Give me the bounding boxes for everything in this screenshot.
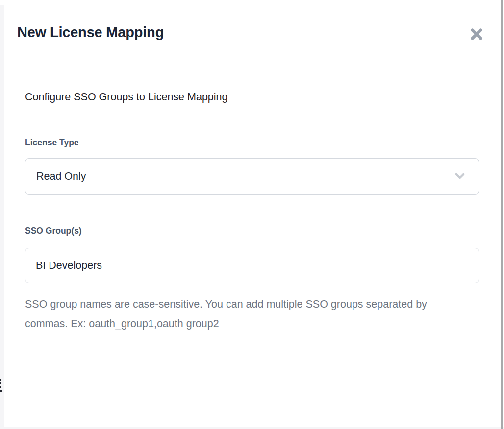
modal-subtitle: Configure SSO Groups to License Mapping: [25, 91, 228, 103]
sso-groups-label: SSO Group(s): [25, 226, 82, 236]
sso-groups-input[interactable]: [25, 248, 479, 283]
page-background-left-strip: [0, 5, 4, 429]
modal-title: New License Mapping: [17, 24, 164, 41]
license-type-selected-value: Read Only: [36, 170, 452, 183]
license-type-select[interactable]: Read Only: [25, 158, 479, 195]
occluded-background-text-fragment: [0, 382, 1, 384]
occluded-background-text-fragment: [0, 390, 2, 392]
sso-groups-help-text: SSO group names are case-sensitive. You …: [25, 294, 442, 334]
new-license-mapping-screen: New License Mapping Configure SSO Groups…: [0, 0, 504, 429]
license-type-label: License Type: [25, 138, 79, 148]
page-background-bottom-strip: [0, 427, 504, 429]
chevron-down-icon: [452, 168, 468, 186]
occluded-background-text-fragment: [0, 379, 1, 381]
modal-header: New License Mapping: [4, 0, 501, 71]
close-x-icon: [469, 27, 484, 42]
close-button[interactable]: [467, 24, 486, 44]
header-divider: [4, 71, 501, 72]
window-scrollbar[interactable]: [501, 0, 503, 429]
new-license-mapping-modal: New License Mapping Configure SSO Groups…: [4, 0, 501, 427]
occluded-background-text-fragment: [0, 386, 1, 388]
